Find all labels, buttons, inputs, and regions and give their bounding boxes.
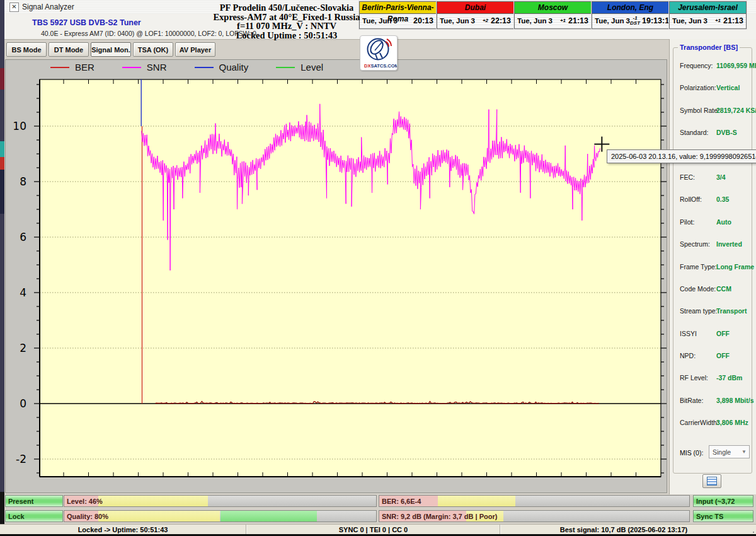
- site-line-satellite: Express-AM7 at 40°E_Fixed-1 Russia: [189, 13, 384, 22]
- legend-label: SNR: [147, 62, 167, 73]
- legend-label: Quality: [219, 62, 249, 73]
- table-row: Frame Type:Long Frame: [677, 263, 754, 272]
- lock-indicator: Lock: [5, 510, 63, 522]
- site-line-uptime: Locked Uptime : 50:51:43: [189, 31, 384, 40]
- tab-signal-mon[interactable]: Signal Mon.: [91, 42, 131, 57]
- svg-text:4: 4: [20, 286, 26, 299]
- signal-analyzer-window: ✕ Signal Analyzer TBS 5927 USB DVB-S2 Tu…: [0, 0, 756, 536]
- legend-item-ber: BER: [50, 62, 94, 73]
- signal-chart-svg: -20246810: [6, 60, 667, 492]
- table-row: CarrierWidth:3,806 MHz: [677, 419, 754, 428]
- clock-time: 21:13: [568, 16, 588, 25]
- transponder-panel: Transponder [BS] Frequency:11069,959 MHz…: [669, 39, 756, 494]
- tab-dt-mode[interactable]: DT Mode: [49, 42, 89, 57]
- clock-utc-offset: +1: [560, 18, 566, 23]
- clock-utc-offset: -1DST: [630, 16, 640, 26]
- clock-utc-offset: +1: [715, 18, 721, 23]
- legend-label: BER: [75, 62, 94, 73]
- site-line-frequency: f=11 070 MHz_V : NNTV: [189, 21, 384, 31]
- svg-text:0: 0: [20, 397, 26, 410]
- table-row: Code Mode:CCM: [677, 285, 754, 294]
- input-rate-indicator: Input (~3,72 Mbps): [693, 495, 753, 507]
- app-icon: ✕: [9, 3, 19, 12]
- svg-text:-2: -2: [16, 453, 26, 465]
- table-row: NPD:OFF: [677, 352, 754, 361]
- background-window-edge: [0, 0, 4, 536]
- resize-grip[interactable]: [753, 532, 754, 533]
- clock-city: Dubai: [437, 2, 513, 14]
- tab-tsa[interactable]: TSA (OK): [133, 42, 173, 57]
- mis-label: MIS (0):: [680, 449, 703, 457]
- clock-dubai: Dubai Tue, Jun 3 +2 22:13: [437, 1, 514, 29]
- tuner-name: TBS 5927 USB DVB-S2 Tuner: [32, 18, 141, 27]
- table-row: Pilot:Auto: [677, 218, 754, 227]
- status-sync-counters: SYNC 0 | TEI 0 | CC 0: [246, 525, 500, 535]
- transponder-title: Transponder [BS]: [678, 44, 740, 51]
- signal-chart-panel: -20246810: [5, 59, 667, 493]
- clock-date: Tue, Jun 3: [517, 17, 553, 25]
- chart-tooltip: 2025-06-03 20.13.16, value: 9,1999998092…: [607, 149, 756, 163]
- clock-time: 20:13: [413, 16, 433, 25]
- clock-city: London, Eng: [592, 2, 668, 14]
- clock-time: 22:13: [490, 16, 511, 25]
- clock-london: London, Eng Tue, Jun 3 -1DST 19:13:16: [592, 1, 669, 29]
- mis-select[interactable]: Single ▼: [709, 445, 750, 458]
- clock-date: Tue, Jun 3: [595, 17, 630, 25]
- legend-label: Level: [301, 62, 323, 73]
- ber-line-swatch: [50, 67, 69, 68]
- table-row: Stream type:Transport: [677, 307, 754, 316]
- table-row: Standard:DVB-S: [677, 129, 754, 137]
- svg-text:DXSATCS.COM: DXSATCS.COM: [364, 63, 397, 69]
- site-header: PF Prodelin 450/Lučenec-Slovakia Express…: [189, 3, 384, 40]
- tab-bs-mode[interactable]: BS Mode: [6, 42, 47, 57]
- table-row: RollOff:0.35: [677, 195, 754, 204]
- clock-jerusalem: Jerusalem-Israel Tue, Jun 3 +1 21:13: [669, 1, 747, 29]
- legend-item-level: Level: [276, 62, 323, 73]
- svg-text:6: 6: [20, 231, 26, 243]
- tab-av-player[interactable]: AV Player: [175, 42, 215, 57]
- satellite-dish-icon: DXSATCS.COM: [360, 36, 397, 70]
- clock-moscow: Moscow Tue, Jun 3 +1 21:13: [514, 1, 592, 29]
- table-row: Spectrum:Inverted: [677, 240, 754, 249]
- present-indicator: Present: [5, 495, 63, 507]
- table-row: ISSYIOFF: [677, 330, 754, 339]
- table-row: RF Level:-37 dBm: [677, 374, 754, 383]
- site-line-dish: PF Prodelin 450/Lučenec-Slovakia: [189, 3, 384, 13]
- chart-legend: BER SNR Quality Level: [50, 62, 323, 73]
- report-button[interactable]: [702, 474, 721, 488]
- window-title: Signal Analyzer: [22, 3, 74, 11]
- table-row: Symbol Rate:2819,724 KS/s: [677, 107, 754, 115]
- clock-time: 21:13: [723, 16, 743, 25]
- snr-bar: SNR: 9,2 dB (Margin: 3,7 dB | Poor): [379, 510, 690, 522]
- snr-line-swatch: [122, 67, 141, 68]
- clock-city: Moscow: [515, 2, 591, 14]
- clock-time: 19:13:16: [642, 16, 666, 25]
- legend-item-snr: SNR: [122, 62, 167, 73]
- mode-tabs: BS Mode DT Mode Signal Mon. TSA (OK) AV …: [6, 42, 215, 57]
- table-row: Frequency:11069,959 MHz: [677, 62, 754, 71]
- svg-text:2: 2: [20, 342, 26, 354]
- sync-ts-indicator: Sync TS: [693, 510, 753, 522]
- quality-line-swatch: [195, 67, 214, 68]
- svg-text:10: 10: [13, 120, 26, 132]
- clock-city: Jerusalem-Israel: [670, 2, 746, 14]
- clock-date: Tue, Jun 3: [672, 17, 707, 25]
- status-best-signal: Best signal: 10,7 dB (2025-06-02 13:17): [500, 525, 747, 535]
- svg-text:8: 8: [20, 175, 26, 188]
- clock-date: Tue, Jun 3: [440, 17, 475, 25]
- chevron-down-icon: ▼: [742, 449, 747, 455]
- ber-bar: BER: 6,6E-4: [379, 495, 690, 507]
- quality-bar: Quality: 80%: [64, 510, 377, 522]
- status-uptime: Locked -> Uptime: 50:51:43: [0, 525, 246, 535]
- report-icon: [707, 477, 717, 486]
- level-bar: Level: 46%: [64, 495, 377, 507]
- dxsatcs-logo: DXSATCS.COM: [360, 35, 398, 71]
- status-bar: Locked -> Uptime: 50:51:43 SYNC 0 | TEI …: [0, 524, 756, 535]
- table-row: Polarization:Vertical: [677, 84, 754, 93]
- table-row: BitRate:3,898 Mbit/s: [677, 397, 754, 405]
- transponder-rows: Frequency:11069,959 MHz Polarization:Ver…: [677, 62, 754, 441]
- clock-utc-offset: +2: [483, 18, 488, 23]
- table-row: FEC:3/4: [677, 173, 754, 182]
- legend-item-quality: Quality: [195, 62, 249, 73]
- level-line-swatch: [276, 67, 295, 68]
